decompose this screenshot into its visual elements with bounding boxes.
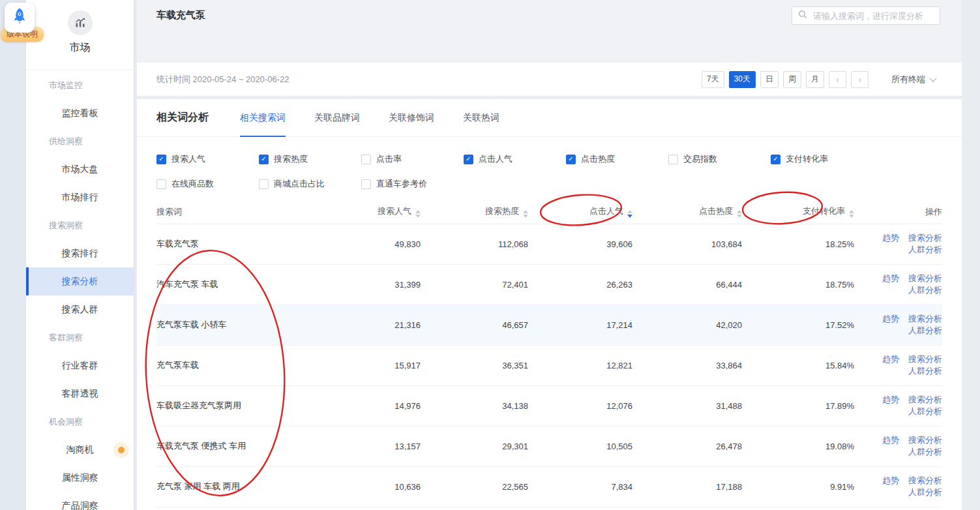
checkbox-label: 点击热度: [581, 153, 615, 165]
action-link-人群分析[interactable]: 人群分析: [908, 366, 942, 376]
checkbox-box[interactable]: ✓: [566, 155, 576, 164]
period-button-30天[interactable]: 30天: [729, 71, 756, 88]
checkbox-搜索热度[interactable]: ✓搜索热度: [259, 153, 361, 165]
sidebar-item-市场排行[interactable]: 市场排行: [26, 183, 134, 211]
value-cell-3: 33,864: [632, 346, 742, 386]
action-link-趋势[interactable]: 趋势: [882, 475, 899, 485]
value-cell-3: 15,769: [632, 507, 742, 510]
action-link-趋势[interactable]: 趋势: [882, 273, 899, 283]
sidebar-item-客群透视[interactable]: 客群透视: [26, 380, 134, 408]
action-link-搜索分析[interactable]: 搜索分析: [908, 354, 942, 364]
action-link-趋势[interactable]: 趋势: [882, 314, 899, 323]
search-input[interactable]: [812, 10, 934, 22]
check-icon: ✓: [261, 156, 266, 162]
prev-period-button[interactable]: ‹: [829, 71, 846, 88]
checkbox-box[interactable]: [156, 179, 166, 189]
period-button-月[interactable]: 月: [806, 71, 824, 88]
action-link-人群分析[interactable]: 人群分析: [908, 245, 942, 254]
value-cell-1: 36,351: [421, 346, 528, 386]
sidebar-item-监控看板[interactable]: 监控看板: [26, 99, 134, 127]
check-icon: ✓: [158, 156, 164, 162]
market-chart-icon: [68, 10, 93, 35]
checkbox-box[interactable]: ✓: [156, 155, 166, 164]
sidebar-item-产品洞察[interactable]: 产品洞察: [26, 492, 134, 510]
checkbox-box[interactable]: ✓: [771, 155, 780, 164]
actions-cell: 趋势搜索分析人群分析: [854, 265, 942, 305]
action-link-搜索分析[interactable]: 搜索分析: [908, 475, 942, 485]
checkbox-box[interactable]: [361, 155, 371, 164]
checkbox-在线商品数[interactable]: 在线商品数: [156, 178, 259, 190]
action-link-搜索分析[interactable]: 搜索分析: [908, 435, 942, 445]
sidebar-item-市场大盘[interactable]: 市场大盘: [26, 155, 134, 183]
table-row-7: 车载充气泵 多功能9,03519,3476,65815,76914.23%趋势搜…: [156, 507, 942, 510]
sidebar-item-搜索分析[interactable]: 搜索分析: [26, 267, 134, 295]
next-period-button[interactable]: ›: [851, 71, 869, 88]
sidebar-item-搜索排行[interactable]: 搜索排行: [26, 239, 134, 267]
checkbox-点击率[interactable]: 点击率: [361, 153, 464, 165]
column-label: 支付转化率: [803, 206, 845, 216]
column-header-支付转化率[interactable]: 支付转化率: [742, 200, 854, 224]
action-link-人群分析[interactable]: 人群分析: [908, 447, 942, 457]
action-link-趋势[interactable]: 趋势: [882, 435, 899, 445]
checkbox-box[interactable]: [361, 179, 371, 189]
sort-carets-icon[interactable]: [523, 210, 528, 218]
value-cell-2: 7,834: [528, 467, 632, 507]
checkbox-box[interactable]: [259, 179, 269, 189]
sidebar-item-行业客群[interactable]: 行业客群: [26, 352, 134, 380]
checkbox-直通车参考价[interactable]: 直通车参考价: [361, 178, 464, 190]
assistant-rocket-widget[interactable]: [5, 3, 35, 33]
value-cell-2: 6,658: [528, 507, 632, 510]
panel-tab-关联热词[interactable]: 关联热词: [463, 99, 499, 136]
rocket-icon: [10, 7, 29, 29]
checkbox-支付转化率[interactable]: ✓支付转化率: [771, 153, 873, 165]
keyword-cell: 车载充气泵 多功能: [156, 507, 329, 510]
checkbox-box[interactable]: [668, 155, 678, 164]
action-link-搜索分析[interactable]: 搜索分析: [908, 314, 942, 323]
checkbox-box[interactable]: ✓: [259, 155, 269, 164]
checkbox-商城点击占比[interactable]: 商城点击占比: [259, 178, 361, 190]
action-link-人群分析[interactable]: 人群分析: [908, 487, 942, 497]
column-header-搜索热度[interactable]: 搜索热度: [421, 200, 528, 224]
checkbox-搜索人气[interactable]: ✓搜索人气: [156, 153, 259, 165]
action-link-人群分析[interactable]: 人群分析: [908, 406, 942, 416]
keyword-cell: 充气泵车载: [156, 346, 329, 386]
column-header-搜索人气[interactable]: 搜索人气: [329, 200, 421, 224]
action-link-趋势[interactable]: 趋势: [882, 354, 899, 364]
terminal-select[interactable]: 所有终端: [891, 74, 936, 85]
column-header-点击人气[interactable]: 点击人气: [528, 200, 632, 224]
sidebar-item-搜索人群[interactable]: 搜索人群: [26, 295, 134, 323]
sort-carets-icon[interactable]: [849, 210, 854, 218]
checkbox-点击热度[interactable]: ✓点击热度: [566, 153, 668, 165]
sidebar-item-淘商机[interactable]: 淘商机: [26, 436, 134, 464]
sort-carets-icon[interactable]: [737, 210, 742, 218]
value-cell-0: 31,399: [329, 265, 421, 305]
sidebar-item-label: 搜索分析: [62, 276, 98, 286]
period-button-7天[interactable]: 7天: [702, 71, 724, 88]
value-cell-1: 19,347: [421, 507, 528, 510]
checkbox-box[interactable]: ✓: [464, 155, 473, 164]
panel-tab-关联修饰词[interactable]: 关联修饰词: [389, 99, 434, 136]
panel-tab-相关搜索词[interactable]: 相关搜索词: [240, 99, 286, 136]
action-link-人群分析[interactable]: 人群分析: [908, 285, 942, 295]
period-button-日[interactable]: 日: [760, 71, 779, 88]
search-box[interactable]: [792, 7, 940, 25]
action-link-趋势[interactable]: 趋势: [882, 395, 899, 404]
search-icon: [798, 10, 807, 22]
action-link-搜索分析[interactable]: 搜索分析: [908, 233, 942, 243]
value-cell-0: 9,035: [329, 507, 421, 510]
checkbox-交易指数[interactable]: 交易指数: [668, 153, 771, 165]
action-link-搜索分析[interactable]: 搜索分析: [908, 273, 942, 283]
value-cell-1: 112,068: [421, 224, 528, 265]
action-link-趋势[interactable]: 趋势: [882, 233, 899, 243]
checkbox-点击人气[interactable]: ✓点击人气: [464, 153, 566, 165]
period-button-周[interactable]: 周: [783, 71, 801, 88]
action-link-人群分析[interactable]: 人群分析: [908, 325, 942, 335]
panel-tab-关联品牌词[interactable]: 关联品牌词: [314, 99, 360, 136]
sort-carets-icon[interactable]: [627, 210, 632, 218]
sidebar-item-属性洞察[interactable]: 属性洞察: [26, 464, 134, 492]
panel-title: 相关词分析: [156, 111, 209, 125]
action-link-搜索分析[interactable]: 搜索分析: [908, 395, 942, 404]
chevron-down-icon: [929, 74, 936, 82]
column-header-点击热度[interactable]: 点击热度: [632, 200, 742, 224]
sort-carets-icon[interactable]: [415, 210, 421, 218]
